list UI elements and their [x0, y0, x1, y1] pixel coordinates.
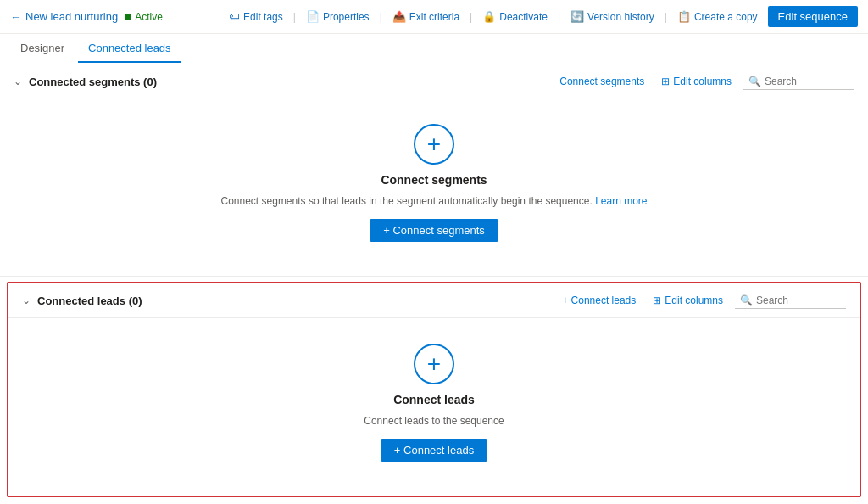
- toolbar-actions: 🏷 Edit tags | 📄 Properties | 📤 Exit crit…: [224, 6, 858, 27]
- connected-leads-section: ⌄ Connected leads (0) + Connect leads ⊞ …: [7, 282, 861, 497]
- leads-empty-title: Connect leads: [393, 393, 475, 406]
- segments-empty-desc: Connect segments so that leads in the se…: [221, 195, 648, 207]
- separator: |: [558, 11, 560, 23]
- tab-designer[interactable]: Designer: [10, 35, 75, 63]
- edit-tags-button[interactable]: 🏷 Edit tags: [224, 7, 288, 26]
- page-title: New lead nurturing: [25, 10, 118, 23]
- separator: |: [293, 11, 296, 23]
- edit-columns-segments-button[interactable]: ⊞ Edit columns: [656, 73, 737, 90]
- segments-empty-title: Connect segments: [381, 173, 487, 187]
- back-icon: ←: [10, 10, 22, 24]
- connect-leads-plus-icon: +: [414, 344, 454, 384]
- connect-segments-plus-icon: +: [414, 124, 454, 165]
- tab-connected-leads[interactable]: Connected leads: [78, 35, 181, 63]
- deactivate-icon: 🔒: [482, 10, 496, 23]
- segments-empty-state: + Connect segments Connect segments so t…: [0, 98, 868, 276]
- segments-section-header: ⌄ Connected segments (0) + Connect segme…: [0, 64, 868, 98]
- connected-segments-section: ⌄ Connected segments (0) + Connect segme…: [0, 64, 868, 277]
- connect-leads-button[interactable]: + Connect leads: [381, 439, 487, 462]
- segments-section-title: Connected segments (0): [29, 76, 546, 88]
- segments-search-input[interactable]: [765, 76, 849, 87]
- segments-actions: + Connect segments ⊞ Edit columns 🔍: [546, 73, 854, 90]
- back-button[interactable]: ← New lead nurturing: [10, 10, 118, 24]
- columns-icon: ⊞: [661, 76, 670, 87]
- separator: |: [470, 11, 472, 23]
- connect-leads-header-button[interactable]: + Connect leads: [557, 292, 641, 309]
- separator: |: [665, 11, 667, 23]
- exit-criteria-icon: 📤: [392, 10, 406, 23]
- active-dot-icon: [125, 14, 131, 20]
- properties-icon: 📄: [306, 10, 320, 23]
- learn-more-link[interactable]: Learn more: [595, 195, 647, 207]
- chevron-down-icon[interactable]: ⌄: [22, 294, 31, 306]
- separator: |: [380, 11, 382, 23]
- leads-search-input[interactable]: [756, 294, 841, 306]
- deactivate-button[interactable]: 🔒 Deactivate: [477, 7, 553, 26]
- search-icon: 🔍: [748, 76, 761, 87]
- status-badge: Active: [125, 11, 163, 23]
- status-label: Active: [135, 11, 163, 23]
- copy-icon: 📋: [677, 10, 691, 23]
- tab-bar: Designer Connected leads: [0, 34, 868, 64]
- leads-section-title: Connected leads (0): [37, 294, 557, 307]
- create-copy-button[interactable]: 📋 Create a copy: [672, 7, 763, 26]
- exit-criteria-button[interactable]: 📤 Exit criteria: [387, 7, 465, 26]
- segments-search-box: 🔍: [743, 74, 854, 90]
- version-history-button[interactable]: 🔄 Version history: [565, 7, 659, 26]
- leads-actions: + Connect leads ⊞ Edit columns 🔍: [557, 292, 846, 309]
- leads-search-box: 🔍: [735, 293, 846, 309]
- content-area: ⌄ Connected segments (0) + Connect segme…: [0, 64, 868, 504]
- connect-segments-button[interactable]: + Connect segments: [370, 219, 498, 242]
- edit-columns-leads-button[interactable]: ⊞ Edit columns: [648, 292, 728, 309]
- chevron-down-icon[interactable]: ⌄: [14, 76, 22, 87]
- leads-empty-desc: Connect leads to the sequence: [364, 415, 504, 427]
- properties-button[interactable]: 📄 Properties: [301, 7, 375, 26]
- version-history-icon: 🔄: [570, 10, 584, 23]
- search-icon: 🔍: [740, 294, 753, 306]
- columns-icon: ⊞: [653, 294, 661, 306]
- top-bar: ← New lead nurturing Active 🏷 Edit tags …: [0, 0, 868, 34]
- leads-empty-state: + Connect leads Connect leads to the seq…: [8, 318, 860, 496]
- tag-icon: 🏷: [229, 10, 240, 23]
- leads-section-header: ⌄ Connected leads (0) + Connect leads ⊞ …: [8, 283, 860, 318]
- edit-sequence-button[interactable]: Edit sequence: [768, 6, 858, 27]
- connect-segments-header-button[interactable]: + Connect segments: [546, 73, 649, 90]
